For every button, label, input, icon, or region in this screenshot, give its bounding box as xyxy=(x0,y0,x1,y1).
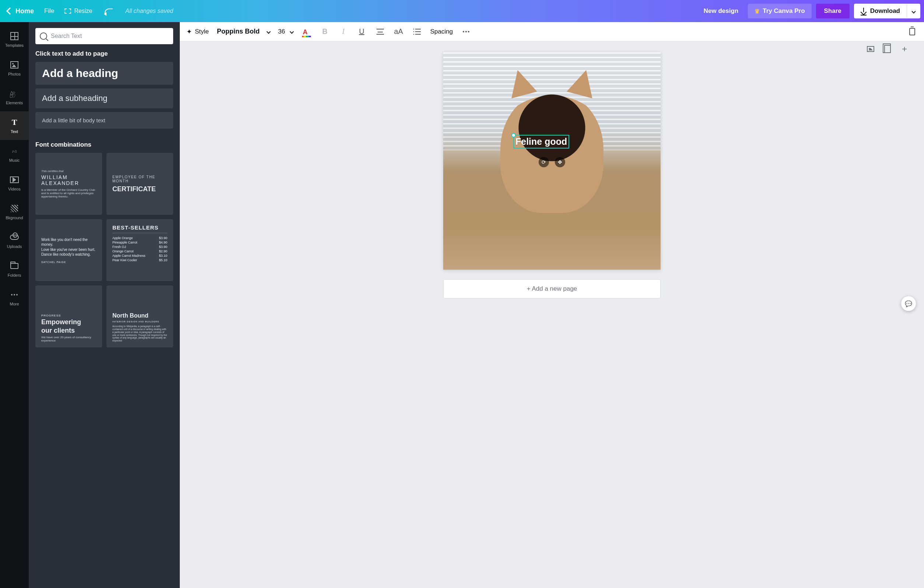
file-menu[interactable]: File xyxy=(44,7,54,15)
card-text: According to Wikipedia, a paragraph is a… xyxy=(112,325,167,342)
background-icon xyxy=(11,205,18,212)
try-canva-pro-button[interactable]: ♛ Try Canva Pro xyxy=(748,4,811,18)
add-subheading-button[interactable]: Add a subheading xyxy=(35,88,173,108)
comment-icon: 💬 xyxy=(905,300,912,307)
resize-handle[interactable] xyxy=(512,133,516,137)
font-combo-card[interactable]: This certifies that WILLIAM ALEXANDER is… xyxy=(35,153,102,215)
more-options-button[interactable] xyxy=(461,26,471,37)
download-label: Download xyxy=(870,7,900,15)
new-design-button[interactable]: New design xyxy=(698,5,744,18)
header-right: New design ♛ Try Canva Pro Share Downloa… xyxy=(698,4,920,18)
selected-text-box[interactable]: Feline good xyxy=(513,135,569,149)
align-button[interactable] xyxy=(375,26,385,37)
font-combo-card[interactable]: North Bound INTERIOR DESIGN AND BUILDERS… xyxy=(106,286,173,347)
download-button[interactable]: Download xyxy=(854,4,920,18)
rail-uploads-label: Uploads xyxy=(7,244,22,249)
download-main[interactable]: Download xyxy=(854,4,907,18)
font-combo-grid: This certifies that WILLIAM ALEXANDER is… xyxy=(35,153,173,347)
style-button[interactable]: Style xyxy=(186,28,209,36)
rail-folders[interactable]: Folders xyxy=(0,255,29,284)
rail-elements-label: Elements xyxy=(6,101,23,105)
card-text: North Bound xyxy=(112,312,167,319)
rail-text[interactable]: TText xyxy=(0,111,29,140)
canvas-page[interactable]: Feline good ⟳ ✥ xyxy=(443,52,661,270)
home-button[interactable]: Home xyxy=(7,7,34,15)
card-text: Work like you don't need the money. xyxy=(41,237,96,247)
text-color-icon: A xyxy=(303,28,310,36)
bold-button[interactable]: B xyxy=(320,26,330,37)
style-label: Style xyxy=(195,28,209,35)
resize-icon xyxy=(64,8,71,14)
font-combo-card[interactable]: Work like you don't need the money. Love… xyxy=(35,219,102,281)
header-left: Home File Resize All changes saved xyxy=(7,5,173,17)
left-rail: Templates Photos Elements TText ♪♫Music … xyxy=(0,22,29,588)
save-status: All changes saved xyxy=(125,8,173,14)
card-text: This certifies that xyxy=(41,170,96,173)
canvas-text[interactable]: Feline good xyxy=(515,136,567,147)
panel-hint: Click text to add to page xyxy=(35,50,173,58)
move-handle[interactable]: ✥ xyxy=(555,157,565,167)
rail-elements[interactable]: Elements xyxy=(0,83,29,111)
rail-more[interactable]: More xyxy=(0,284,29,312)
card-text: Orange Carrot xyxy=(112,249,134,253)
font-combo-card[interactable]: EMPLOYEE OF THE MONTH CERTIFICATE xyxy=(106,153,173,215)
elements-icon xyxy=(10,90,19,97)
canvas-stage[interactable]: + Feline good ⟳ ✥ 💬 + Add a new page xyxy=(180,41,924,588)
folders-icon xyxy=(10,263,18,269)
undo-button[interactable] xyxy=(102,5,115,17)
top-header: Home File Resize All changes saved New d… xyxy=(0,0,924,22)
search-text[interactable] xyxy=(35,28,173,44)
rail-photos[interactable]: Photos xyxy=(0,54,29,83)
home-label: Home xyxy=(15,7,34,15)
list-button[interactable] xyxy=(412,26,422,37)
text-color-button[interactable]: A xyxy=(301,26,312,37)
rail-templates[interactable]: Templates xyxy=(0,25,29,54)
card-text: $3.90 xyxy=(159,245,167,249)
card-text: SATCHEL PAIGE xyxy=(41,261,96,263)
underline-button[interactable]: U xyxy=(356,26,367,37)
sparkle-icon xyxy=(186,28,192,36)
font-size: 36 xyxy=(278,28,285,35)
rail-videos[interactable]: Videos xyxy=(0,169,29,198)
more-icon xyxy=(11,294,18,296)
photos-icon xyxy=(10,61,18,69)
add-heading-button[interactable]: Add a heading xyxy=(35,62,173,85)
font-size-picker[interactable]: 36 xyxy=(278,28,293,35)
text-icon: T xyxy=(12,117,17,127)
card-text: $5.10 xyxy=(159,258,167,262)
add-new-page-button[interactable]: + Add a new page xyxy=(443,279,661,299)
rotate-handle[interactable]: ⟳ xyxy=(539,157,549,167)
search-input[interactable] xyxy=(51,33,169,40)
rail-photos-label: Photos xyxy=(8,72,21,76)
rail-more-label: More xyxy=(10,302,19,306)
card-text: Apple Carrot Madness xyxy=(112,254,145,258)
italic-button[interactable]: I xyxy=(338,26,348,37)
spacing-button[interactable]: Spacing xyxy=(430,28,453,35)
add-page-icon-button[interactable]: + xyxy=(900,44,909,54)
uploads-icon xyxy=(10,235,19,240)
text-panel: Click text to add to page Add a heading … xyxy=(29,22,180,588)
card-text: Pineapple Carrot xyxy=(112,241,137,244)
text-case-button[interactable]: aA xyxy=(393,26,404,37)
work-area: Style Poppins Bold 36 A B I U aA Spacing xyxy=(180,22,924,588)
download-dropdown[interactable] xyxy=(907,4,920,18)
share-button[interactable]: Share xyxy=(816,4,850,18)
font-combo-card[interactable]: BEST-SELLERS Apple Orange$3.90 Pineapple… xyxy=(106,219,173,281)
page-notes-button[interactable] xyxy=(866,44,875,54)
card-text: BEST-SELLERS xyxy=(112,225,167,233)
delete-button[interactable] xyxy=(907,26,917,37)
font-picker[interactable]: Poppins Bold xyxy=(217,28,270,35)
download-icon xyxy=(861,8,866,14)
comment-fab[interactable]: 💬 xyxy=(901,296,916,311)
page-actions: + xyxy=(866,44,909,54)
rail-uploads[interactable]: Uploads xyxy=(0,226,29,255)
add-body-text-button[interactable]: Add a little bit of body text xyxy=(35,112,173,129)
resize-button[interactable]: Resize xyxy=(64,8,92,14)
font-combo-card[interactable]: PROGRESS Empowering our clients We have … xyxy=(35,286,102,347)
rail-bkground[interactable]: Bkground xyxy=(0,198,29,226)
rail-music[interactable]: ♪♫Music xyxy=(0,140,29,169)
card-text: Pear Kiwi Cooler xyxy=(112,258,137,262)
card-text: EMPLOYEE OF THE MONTH xyxy=(112,175,167,183)
duplicate-page-button[interactable] xyxy=(883,44,892,54)
underline-icon: U xyxy=(359,27,364,36)
